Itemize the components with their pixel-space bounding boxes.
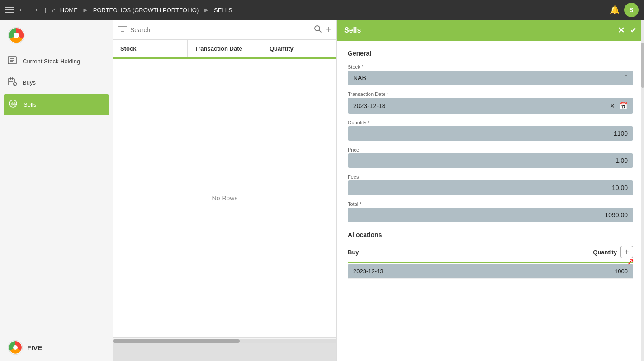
stock-dropdown-icon[interactable]: ˅ [625,74,628,81]
avatar[interactable]: S [624,3,639,17]
allocations-section: Allocations Buy Quantity + ↗ 2023-12-13 … [348,231,633,279]
total-field: Total * 1090.00 [348,201,633,222]
sells-body: General Stock * NAB ˅ Transaction Date *… [337,41,644,361]
price-label: Price [348,147,633,152]
breadcrumb-home[interactable]: HOME [60,7,78,14]
sells-header: Sells ✕ ✓ [337,20,644,41]
general-section-title: General [348,50,633,57]
allocations-col-buy: Buy [348,249,455,256]
stock-field: Stock * NAB ˅ [348,64,633,85]
sells-close-button[interactable]: ✕ [618,25,625,35]
up-button[interactable]: ↑ [43,5,47,15]
buys-icon: $ [7,76,17,89]
fees-label: Fees [348,174,633,180]
table-col-quantity: Quantity [262,40,336,57]
top-nav: ← → ↑ ⌂ HOME ► PORTFOLIOS (GROWTH PORTFO… [0,0,644,20]
price-input-wrap[interactable]: 1.00 [348,153,633,168]
price-value: 1.00 [616,157,628,164]
sells-confirm-button[interactable]: ✓ [630,25,637,35]
sells-scrollbar[interactable] [641,20,644,361]
allocations-add-button[interactable]: + ↗ [620,246,633,258]
svg-text:$$: $$ [11,102,16,106]
breadcrumb-sells[interactable]: SELLS [214,7,232,14]
app-logo-icon [7,26,25,44]
home-icon: ⌂ [52,7,56,14]
allocations-col-quantity: Quantity [563,249,617,256]
sidebar-item-current-stock[interactable]: Current Stock Holding [0,51,113,72]
svg-text:$: $ [14,83,16,86]
quantity-input-wrap[interactable]: 1100 [348,126,633,141]
fees-field: Fees 10.00 [348,174,633,195]
back-button[interactable]: ← [18,5,26,15]
search-bar: + [113,20,336,40]
date-calendar-button[interactable]: 📅 [619,101,628,110]
quantity-label: Quantity * [348,120,633,125]
stock-input-wrap[interactable]: NAB ˅ [348,71,633,85]
allocations-header: Buy Quantity + ↗ [348,246,633,263]
sidebar-item-buys-label: Buys [23,79,36,86]
svg-point-1 [14,33,19,38]
price-field: Price 1.00 [348,147,633,168]
quantity-value: 1100 [614,130,628,137]
search-input[interactable] [130,26,310,33]
transaction-date-field: Transaction Date * 2023-12-18 ✕ 📅 [348,91,633,114]
sidebar-footer: FIVE [0,334,113,361]
sells-panel: Sells ✕ ✓ General Stock * NAB ˅ Transact… [336,20,644,361]
fees-input-wrap[interactable]: 10.00 [348,180,633,195]
sidebar-item-sells-label: Sells [24,101,36,108]
notification-bell-icon[interactable]: 🔔 [610,5,620,15]
table-col-stock: Stock [113,40,188,57]
svg-line-20 [319,30,322,32]
table-header: Stock Transaction Date Quantity [113,40,336,59]
table-area: Stock Transaction Date Quantity No Rows [113,40,336,361]
stock-value: NAB [353,74,366,81]
table-empty-message: No Rows [113,59,336,337]
table-col-transaction-date: Transaction Date [188,40,262,57]
five-logo-icon [7,339,24,356]
forward-button[interactable]: → [31,5,39,15]
allocation-row-date: 2023-12-13 [353,268,573,275]
stock-label: Stock * [348,64,633,70]
hamburger-menu[interactable] [5,7,14,13]
total-input-wrap[interactable]: 1090.00 [348,208,633,222]
table-scrollbar[interactable] [113,337,336,343]
allocations-section-title: Allocations [348,231,633,238]
quantity-field: Quantity * 1100 [348,120,633,141]
svg-point-15 [13,345,18,350]
filter-icon [118,26,127,34]
date-clear-button[interactable]: ✕ [610,102,615,109]
search-icon[interactable] [314,25,322,35]
current-stock-icon [7,55,17,67]
fees-value: 10.00 [612,184,628,191]
total-value: 1090.00 [605,211,628,218]
add-button[interactable]: + [326,24,331,35]
transaction-date-input-wrap[interactable]: 2023-12-18 ✕ 📅 [348,98,633,114]
svg-point-19 [315,26,320,31]
sidebar-item-sells[interactable]: $$ Sells [4,94,109,115]
transaction-date-value: 2023-12-18 [353,102,386,109]
transaction-date-label: Transaction Date * [348,91,633,97]
main-layout: Current Stock Holding $ Buys [0,20,644,361]
five-brand-label: FIVE [27,344,42,352]
sidebar-logo [0,20,113,51]
sidebar-item-buys[interactable]: $ Buys [0,72,113,93]
sells-icon: $$ [8,99,18,111]
sells-panel-title: Sells [344,26,612,34]
content-area: + Stock Transaction Date Quantity No Row… [113,20,336,361]
sidebar-navigation: Current Stock Holding $ Buys [0,51,113,334]
allocation-row[interactable]: 2023-12-13 1000 [348,264,633,279]
sidebar-item-current-stock-label: Current Stock Holding [23,58,80,65]
total-label: Total * [348,201,633,207]
breadcrumb-portfolios[interactable]: PORTFOLIOS (GROWTH PORTFOLIO) [93,7,199,14]
allocation-row-quantity: 1000 [573,268,628,275]
sidebar: Current Stock Holding $ Buys [0,20,113,361]
